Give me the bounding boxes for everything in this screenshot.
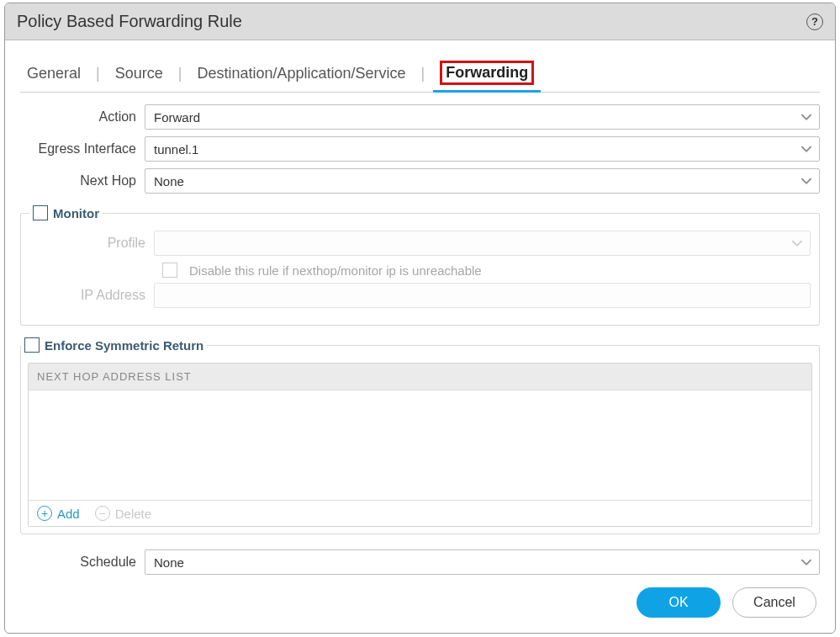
- egress-interface-select[interactable]: tunnel.1: [145, 136, 820, 162]
- ip-address-label: IP Address: [29, 288, 154, 303]
- row-nexthop: Next Hop None: [20, 168, 820, 194]
- symmetric-return-group: Enforce Symmetric Return NEXT HOP ADDRES…: [20, 337, 820, 534]
- profile-label: Profile: [29, 236, 154, 251]
- dialog-titlebar: Policy Based Forwarding Rule ?: [5, 3, 835, 40]
- row-schedule: Schedule None: [20, 549, 820, 575]
- monitor-group: Monitor Profile Disable this rule if nex…: [20, 205, 820, 326]
- add-label: Add: [57, 507, 80, 521]
- tab-forwarding[interactable]: Forwarding: [433, 56, 541, 93]
- action-select[interactable]: Forward: [145, 104, 820, 130]
- action-value: Forward: [154, 110, 200, 125]
- chevron-down-icon: [800, 143, 812, 155]
- dialog-body: General | Source | Destination/Applicati…: [5, 40, 835, 633]
- tab-separator: |: [170, 65, 191, 82]
- forwarding-form: Action Forward Egress Interface tunnel.1: [20, 93, 820, 575]
- pbf-rule-dialog: Policy Based Forwarding Rule ? General |…: [4, 3, 836, 634]
- monitor-legend: Monitor: [29, 205, 103, 220]
- egress-label: Egress Interface: [20, 141, 145, 157]
- cancel-button[interactable]: Cancel: [732, 587, 816, 618]
- tab-bar: General | Source | Destination/Applicati…: [20, 56, 820, 93]
- row-egress: Egress Interface tunnel.1: [20, 136, 820, 162]
- ok-label: OK: [668, 595, 688, 610]
- cancel-label: Cancel: [753, 595, 795, 610]
- plus-icon: +: [37, 506, 52, 521]
- profile-select: [154, 231, 811, 256]
- ip-address-input: [154, 283, 811, 308]
- chevron-down-icon: [791, 237, 803, 249]
- row-disable-unreachable: Disable this rule if nexthop/monitor ip …: [162, 263, 811, 278]
- row-profile: Profile: [29, 231, 811, 256]
- symmetric-return-legend: Enforce Symmetric Return: [21, 337, 207, 353]
- schedule-select[interactable]: None: [145, 549, 820, 575]
- row-ip-address: IP Address: [29, 283, 811, 308]
- chevron-down-icon: [800, 175, 812, 187]
- add-button[interactable]: + Add: [37, 506, 80, 521]
- list-header: NEXT HOP ADDRESS LIST: [29, 364, 811, 390]
- disable-unreachable-checkbox: [162, 263, 177, 278]
- tab-label: Forwarding: [440, 61, 534, 85]
- chevron-down-icon: [800, 556, 812, 568]
- tab-separator: |: [87, 65, 108, 82]
- schedule-value: None: [154, 555, 184, 570]
- nexthop-label: Next Hop: [20, 173, 145, 188]
- delete-label: Delete: [115, 507, 151, 521]
- disable-unreachable-text: Disable this rule if nexthop/monitor ip …: [189, 263, 482, 278]
- list-body: [29, 390, 811, 500]
- monitor-legend-text: Monitor: [53, 206, 99, 220]
- tab-separator: |: [413, 65, 434, 82]
- ok-button[interactable]: OK: [637, 587, 721, 618]
- egress-value: tunnel.1: [154, 142, 198, 157]
- chevron-down-icon: [800, 111, 812, 123]
- tab-source[interactable]: Source: [108, 56, 170, 92]
- tab-general[interactable]: General: [20, 56, 87, 92]
- tab-label: Destination/Application/Service: [197, 65, 405, 82]
- tab-label: Source: [115, 65, 163, 82]
- delete-button: − Delete: [95, 506, 151, 521]
- symmetric-return-checkbox[interactable]: [24, 337, 40, 353]
- nexthop-value: None: [154, 174, 184, 188]
- symmetric-return-legend-text: Enforce Symmetric Return: [45, 338, 203, 353]
- nexthop-select[interactable]: None: [145, 168, 820, 194]
- tab-destination[interactable]: Destination/Application/Service: [190, 56, 412, 92]
- dialog-title: Policy Based Forwarding Rule: [17, 12, 242, 31]
- dialog-footer: OK Cancel: [637, 587, 816, 618]
- minus-icon: −: [95, 506, 110, 521]
- row-action: Action Forward: [20, 104, 820, 130]
- help-icon[interactable]: ?: [806, 13, 823, 30]
- tab-label: General: [27, 65, 81, 82]
- nexthop-address-list: NEXT HOP ADDRESS LIST + Add − Delete: [28, 363, 812, 527]
- action-label: Action: [20, 109, 145, 125]
- schedule-label: Schedule: [20, 555, 145, 570]
- list-footer: + Add − Delete: [29, 500, 811, 526]
- monitor-checkbox[interactable]: [33, 205, 48, 220]
